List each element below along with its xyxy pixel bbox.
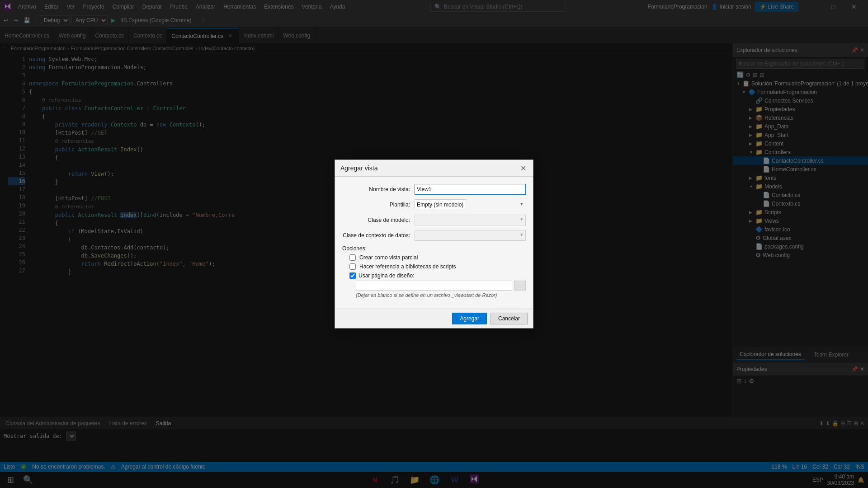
view-name-input[interactable] (415, 184, 526, 195)
partial-view-label: Crear como vista parcial (359, 254, 418, 261)
use-layout-row: Usar página de diseño: (349, 272, 526, 279)
add-button[interactable]: Agregar (452, 313, 487, 324)
modal-overlay: Agregar vista ✕ Nombre de vista: Plantil… (0, 0, 868, 488)
layout-path-input[interactable] (356, 281, 512, 291)
modal-body: Nombre de vista: Plantilla: Empty (sin m… (335, 177, 533, 309)
template-label: Plantilla: (342, 202, 415, 208)
browse-layout-button[interactable]: ... (514, 281, 526, 291)
script-libs-checkbox[interactable] (349, 263, 356, 270)
use-layout-label: Usar página de diseño: (359, 272, 414, 279)
template-row: Plantilla: Empty (sin modelo) (342, 199, 526, 210)
layout-path-row: ... (356, 281, 526, 291)
model-class-select-wrapper (415, 215, 526, 225)
model-class-label: Clase de modelo: (342, 217, 415, 223)
model-class-row: Clase de modelo: (342, 215, 526, 225)
data-context-select-wrapper (415, 230, 526, 241)
modal-header: Agregar vista ✕ (335, 160, 533, 177)
view-name-label: Nombre de vista: (342, 186, 415, 192)
view-name-row: Nombre de vista: (342, 184, 526, 195)
script-libs-row: Hacer referencia a bibliotecas de script… (349, 263, 526, 270)
data-context-select[interactable] (415, 230, 526, 241)
partial-view-checkbox[interactable] (349, 254, 356, 261)
modal-title: Agregar vista (340, 164, 377, 172)
agregar-vista-dialog: Agregar vista ✕ Nombre de vista: Plantil… (335, 160, 533, 328)
cancel-button[interactable]: Cancelar (491, 313, 528, 324)
modal-close-button[interactable]: ✕ (519, 164, 528, 173)
partial-view-row: Crear como vista parcial (349, 254, 526, 261)
options-section: Opciones: Crear como vista parcial Hacer… (342, 245, 526, 298)
data-context-label: Clase de contexto de datos: (342, 232, 415, 239)
script-libs-label: Hacer referencia a bibliotecas de script… (359, 263, 456, 270)
model-class-select[interactable] (415, 215, 526, 225)
template-select[interactable]: Empty (sin modelo) (415, 199, 466, 210)
modal-footer: Agregar Cancelar (335, 309, 533, 328)
data-context-row: Clase de contexto de datos: (342, 230, 526, 241)
layout-hint: (Dejar en blanco si se define en un arch… (356, 292, 526, 298)
options-label: Opciones: (342, 245, 526, 252)
use-layout-checkbox[interactable] (349, 272, 356, 279)
template-select-wrapper: Empty (sin modelo) (415, 199, 526, 210)
